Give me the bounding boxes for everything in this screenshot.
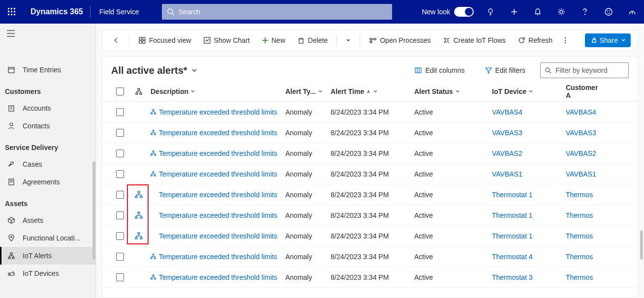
- table-row[interactable]: Temperature exceeded threshold limitsAno…: [102, 102, 638, 122]
- select-all-checkbox[interactable]: [110, 88, 130, 95]
- edit-filters-button[interactable]: Edit filters: [480, 62, 530, 78]
- customer-link[interactable]: Thermos: [566, 253, 604, 261]
- description-link[interactable]: Temperature exceeded threshold limits: [159, 108, 277, 116]
- sidebar-item-truncated[interactable]: [0, 43, 95, 61]
- column-alert-status[interactable]: Alert Status: [414, 88, 492, 95]
- show-chart-button[interactable]: Show Chart: [198, 32, 255, 48]
- description-link[interactable]: Temperature exceeded threshold limits: [159, 149, 277, 157]
- svg-rect-71: [140, 93, 142, 94]
- gear-icon[interactable]: [550, 0, 573, 24]
- sidebar-item-time-entries[interactable]: Time Entries: [0, 61, 95, 79]
- toggle-switch-icon[interactable]: [454, 7, 474, 17]
- row-checkbox[interactable]: [110, 253, 130, 261]
- global-search[interactable]: Search: [162, 4, 392, 20]
- module-label[interactable]: Field Service: [91, 8, 148, 16]
- delete-button[interactable]: Delete: [292, 32, 333, 48]
- sidebar-item-cases[interactable]: Cases: [0, 155, 95, 173]
- sidebar-scrollbar[interactable]: [92, 161, 95, 260]
- row-checkbox[interactable]: [110, 108, 130, 116]
- column-description[interactable]: Description: [148, 88, 285, 95]
- add-icon[interactable]: [502, 0, 526, 24]
- table-row[interactable]: Temperature exceeded threshold limitsAno…: [102, 267, 638, 288]
- sidebar-item-accounts[interactable]: Accounts: [0, 99, 95, 117]
- description-link[interactable]: Temperature exceeded threshold limits: [159, 273, 277, 281]
- device-link[interactable]: VAVBAS3: [492, 129, 566, 137]
- back-button[interactable]: [107, 32, 125, 48]
- content-scrollbar[interactable]: [640, 230, 643, 260]
- new-button[interactable]: New: [257, 32, 290, 48]
- description-link[interactable]: Temperature exceeded threshold limits: [159, 129, 277, 137]
- customer-link[interactable]: VAVBAS2: [566, 149, 604, 157]
- lightbulb-icon[interactable]: [479, 0, 502, 24]
- svg-rect-126: [151, 258, 153, 259]
- environment-icon[interactable]: [620, 0, 644, 24]
- description-link[interactable]: Temperature exceeded threshold limits: [159, 191, 277, 199]
- app-launcher-icon[interactable]: [0, 0, 24, 24]
- sidebar-item-iot-alerts[interactable]: IoT Alerts: [0, 247, 95, 265]
- customer-link[interactable]: VAVBAS3: [566, 129, 604, 137]
- table-row[interactable]: Temperature exceeded threshold limitsAno…: [102, 184, 638, 205]
- sidebar-item-functional-locations[interactable]: Functional Locati...: [0, 229, 95, 247]
- svg-point-63: [565, 42, 566, 43]
- description-link[interactable]: Temperature exceeded threshold limits: [159, 211, 277, 219]
- customer-link[interactable]: Thermos: [566, 191, 604, 199]
- delete-dropdown[interactable]: [341, 32, 356, 48]
- customer-link[interactable]: Thermos: [566, 273, 604, 281]
- inline-hierarchy-icon: [151, 108, 156, 116]
- svg-point-61: [565, 37, 566, 38]
- share-button[interactable]: Share: [585, 33, 631, 47]
- sidebar-item-contacts[interactable]: Contacts: [0, 117, 95, 135]
- device-link[interactable]: VAVBAS1: [492, 170, 566, 178]
- customer-link[interactable]: Thermos: [566, 211, 604, 219]
- description-link[interactable]: Temperature exceeded threshold limits: [159, 232, 277, 240]
- device-link[interactable]: Thermostat 4: [492, 253, 566, 261]
- svg-rect-4: [11, 11, 12, 12]
- new-look-toggle[interactable]: New look: [422, 7, 474, 17]
- table-row[interactable]: Temperature exceeded threshold limitsAno…: [102, 122, 638, 143]
- description-link[interactable]: Temperature exceeded threshold limits: [159, 253, 277, 261]
- row-checkbox[interactable]: [110, 129, 130, 137]
- customer-link[interactable]: Thermos: [566, 232, 604, 240]
- filter-keyword-input[interactable]: Filter by keyword: [540, 62, 629, 78]
- create-iot-flows-button[interactable]: Create IoT Flows: [438, 32, 511, 48]
- sidebar-item-assets[interactable]: Assets: [0, 211, 95, 229]
- smiley-icon[interactable]: [597, 0, 620, 24]
- device-link[interactable]: VAVBAS4: [492, 108, 566, 116]
- description-link[interactable]: Temperature exceeded threshold limits: [159, 170, 277, 178]
- device-link[interactable]: Thermostat 1: [492, 232, 566, 240]
- table-row[interactable]: Temperature exceeded threshold limitsAno…: [102, 205, 638, 226]
- device-link[interactable]: Thermostat 1: [492, 211, 566, 219]
- table-row[interactable]: Temperature exceeded threshold limitsAno…: [102, 226, 638, 246]
- alert-time-cell: 8/24/2023 3:34 PM: [331, 149, 414, 157]
- customer-link[interactable]: VAVBAS1: [566, 170, 604, 178]
- open-processes-button[interactable]: Open Processes: [364, 32, 436, 48]
- more-commands-button[interactable]: [559, 32, 571, 48]
- device-link[interactable]: Thermostat 1: [492, 191, 566, 199]
- sidebar-item-iot-devices[interactable]: IoT Devices: [0, 265, 95, 282]
- bell-icon[interactable]: [526, 0, 550, 24]
- svg-rect-77: [151, 113, 153, 114]
- column-customer-asset[interactable]: Customer A: [566, 84, 604, 99]
- device-link[interactable]: Thermostat 3: [492, 273, 566, 281]
- column-alert-time[interactable]: Alert Time: [331, 88, 414, 95]
- column-alert-type[interactable]: Alert Ty...: [285, 88, 331, 95]
- table-row[interactable]: Temperature exceeded threshold limitsAno…: [102, 164, 638, 184]
- edit-columns-button[interactable]: Edit columns: [409, 62, 469, 78]
- help-icon[interactable]: [573, 0, 597, 24]
- refresh-button[interactable]: Refresh: [513, 32, 557, 48]
- row-checkbox[interactable]: [110, 273, 130, 281]
- sidebar-toggle[interactable]: [0, 24, 95, 43]
- table-row[interactable]: Temperature exceeded threshold limitsAno…: [102, 143, 638, 164]
- alert-time-cell: 8/24/2023 3:34 PM: [331, 253, 414, 261]
- table-row[interactable]: Temperature exceeded threshold limitsAno…: [102, 246, 638, 267]
- row-checkbox[interactable]: [110, 170, 130, 178]
- column-iot-device[interactable]: IoT Device: [492, 88, 566, 95]
- customer-link[interactable]: VAVBAS4: [566, 108, 604, 116]
- device-link[interactable]: VAVBAS2: [492, 149, 566, 157]
- focused-view-button[interactable]: Focused view: [133, 32, 196, 48]
- hierarchy-column-icon[interactable]: [130, 88, 148, 95]
- sidebar-item-agreements[interactable]: Agreements: [0, 173, 95, 191]
- row-checkbox[interactable]: [110, 149, 130, 157]
- view-selector[interactable]: All active alerts*: [111, 65, 197, 76]
- svg-rect-45: [143, 37, 145, 40]
